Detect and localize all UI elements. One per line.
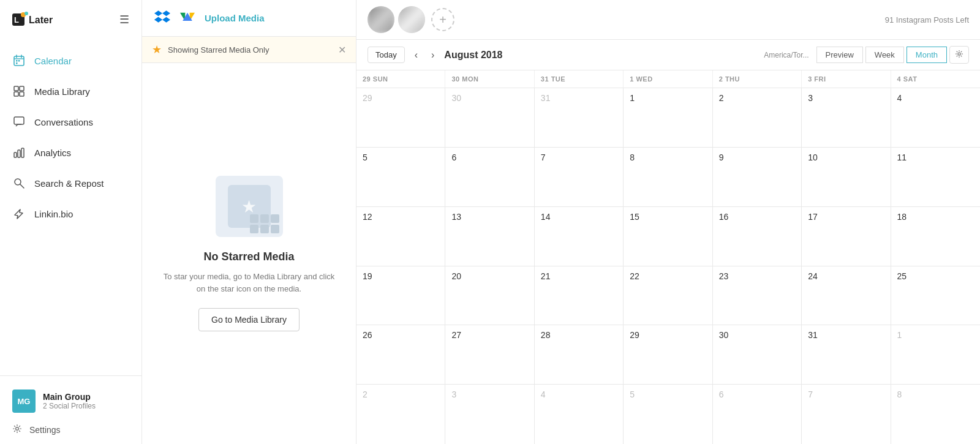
star-filter-icon: ★ [152,43,162,56]
calendar-week: 19202122232425 [356,266,980,326]
calendar-day[interactable]: 13 [445,207,534,266]
empty-graphic: ★ [216,176,283,237]
calendar-day[interactable]: 19 [356,266,445,325]
sidebar-item-calendar[interactable]: Calendar [0,45,141,76]
calendar-header-cell: 4 SAT [891,70,980,88]
grid-cell [250,225,258,233]
calendar-day[interactable]: 30 [713,325,802,384]
calendar-header-row: 29 SUN30 MON31 TUE1 WED2 THU3 FRI4 SAT [356,70,980,88]
sidebar-bottom: MG Main Group 2 Social Profiles Settings [0,375,141,444]
calendar-day[interactable]: 25 [891,266,980,325]
calendar-day[interactable]: 18 [891,207,980,266]
sidebar-item-media-label: Media Library [34,86,90,97]
profile-thumb-2[interactable] [398,6,425,33]
profile-thumbs [368,6,425,33]
calendar-day[interactable]: 26 [356,325,445,384]
svg-rect-14 [14,92,18,96]
calendar-day[interactable]: 24 [802,266,891,325]
month-view-button[interactable]: Month [907,47,947,63]
calendar-day[interactable]: 10 [802,148,891,206]
prev-month-button[interactable]: ‹ [411,48,421,62]
calendar-day[interactable]: 17 [802,207,891,266]
calendar-day[interactable]: 4 [535,385,624,444]
calendar-day[interactable]: 3 [802,88,891,147]
sidebar-item-search-repost[interactable]: Search & Repost [0,168,141,198]
calendar-day[interactable]: 22 [624,266,712,325]
calendar-day[interactable]: 2 [356,385,445,444]
calendar-day[interactable]: 2 [713,88,802,147]
calendar-day[interactable]: 31 [802,325,891,384]
svg-rect-15 [20,92,24,96]
calendar-header-cell: 1 WED [624,70,712,88]
svg-text:L: L [14,15,19,24]
add-profile-button[interactable]: + [431,8,454,31]
filter-label: Showing Starred Media Only [168,45,332,55]
next-month-button[interactable]: › [428,48,438,62]
svg-point-22 [16,427,19,431]
calendar-day[interactable]: 28 [535,325,624,384]
gdrive-button[interactable] [180,10,195,26]
calendar-day[interactable]: 7 [802,385,891,444]
calendar-day[interactable]: 11 [891,148,980,206]
calendar-day[interactable]: 8 [891,385,980,444]
calendar-day[interactable]: 14 [535,207,624,266]
calendar-day[interactable]: 8 [624,148,712,206]
media-panel-header: Upload Media [142,0,356,37]
empty-grid-overlay [250,214,279,233]
calendar-day[interactable]: 16 [713,207,802,266]
calendar-day[interactable]: 6 [713,385,802,444]
later-logo-svg: L Later [12,11,56,28]
calendar-day[interactable]: 30 [445,88,534,147]
sidebar-item-calendar-label: Calendar [34,56,72,66]
account-row[interactable]: MG Main Group 2 Social Profiles [12,385,129,418]
week-view-button[interactable]: Week [865,47,904,63]
calendar-day[interactable]: 15 [624,207,712,266]
grid-cell [250,214,258,223]
empty-title: No Starred Media [203,250,294,263]
sidebar: L Later ☰ Calendar [0,0,142,444]
linkin-icon [12,207,26,220]
calendar-settings-button[interactable] [949,46,969,64]
sidebar-nav: Calendar Media Library Conve [0,39,141,375]
calendar-day[interactable]: 29 [624,325,712,384]
calendar-day[interactable]: 9 [713,148,802,206]
settings-row[interactable]: Settings [12,418,129,435]
calendar-header-cell: 3 FRI [802,70,891,88]
calendar-day[interactable]: 12 [356,207,445,266]
calendar-day[interactable]: 4 [891,88,980,147]
sidebar-item-media-library[interactable]: Media Library [0,76,141,107]
settings-label: Settings [29,425,61,435]
profile-thumb-1[interactable] [368,6,394,33]
go-to-media-library-button[interactable]: Go to Media Library [198,308,300,331]
calendar-day[interactable]: 20 [445,266,534,325]
calendar-day[interactable]: 29 [356,88,445,147]
month-title: August 2018 [444,50,502,61]
calendar-day[interactable]: 5 [624,385,712,444]
upload-media-button[interactable]: Upload Media [205,13,265,23]
dropbox-button[interactable] [154,9,170,28]
calendar-day[interactable]: 1 [891,325,980,384]
sidebar-item-linkin-label: Linkin.bio [34,209,73,219]
calendar-day[interactable]: 31 [535,88,624,147]
calendar-day[interactable]: 5 [356,148,445,206]
sidebar-item-conversations[interactable]: Conversations [0,107,141,137]
sidebar-item-linkin-bio[interactable]: Linkin.bio [0,198,141,229]
calendar-panel: + 91 Instagram Posts Left Today ‹ › Augu… [356,0,980,444]
close-filter-button[interactable]: ✕ [338,44,346,56]
calendar-day[interactable]: 3 [445,385,534,444]
bar-chart-icon [12,146,26,159]
svg-rect-19 [21,148,24,157]
hamburger-button[interactable]: ☰ [119,13,129,26]
grid-cell [260,225,269,233]
calendar-top-bar: + 91 Instagram Posts Left [356,0,980,40]
svg-text:Later: Later [29,15,53,25]
calendar-day[interactable]: 23 [713,266,802,325]
calendar-day[interactable]: 7 [535,148,624,206]
today-button[interactable]: Today [368,47,405,63]
calendar-day[interactable]: 1 [624,88,712,147]
preview-view-button[interactable]: Preview [816,47,863,63]
sidebar-item-analytics[interactable]: Analytics [0,137,141,168]
calendar-day[interactable]: 21 [535,266,624,325]
calendar-day[interactable]: 27 [445,325,534,384]
calendar-day[interactable]: 6 [445,148,534,206]
